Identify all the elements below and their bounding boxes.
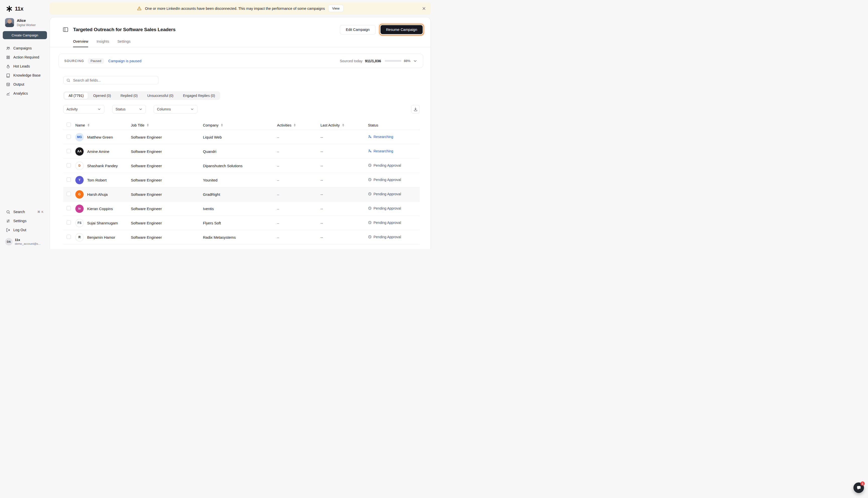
warning-icon xyxy=(137,6,142,11)
search-input[interactable] xyxy=(73,78,155,82)
sidebar-item-search[interactable]: Search ⌘ K xyxy=(0,207,50,217)
column-header-activities[interactable]: Activities xyxy=(277,123,321,127)
sidebar-item-label: Knowledge Base xyxy=(13,73,41,77)
column-header-job-title[interactable]: Job Title xyxy=(131,123,203,127)
table-row[interactable]: AA Amine Amine Software Engineer Quandri… xyxy=(63,144,420,159)
sourcing-expand-button[interactable] xyxy=(413,59,417,63)
row-checkbox[interactable] xyxy=(67,192,71,196)
table-row[interactable]: D Shashank Pandey Software Engineer Dipa… xyxy=(63,159,420,173)
sidebar-toggle-button[interactable] xyxy=(63,27,68,32)
row-activities: – xyxy=(277,235,321,239)
output-grid-icon xyxy=(6,82,10,87)
table-row[interactable]: FS Sujai Shanmugam Software Engineer Fly… xyxy=(63,216,420,230)
row-checkbox[interactable] xyxy=(67,163,71,167)
filter-tab-replied[interactable]: Replied (0) xyxy=(116,92,142,99)
main-area: One or more LinkedIn accounts have been … xyxy=(50,0,434,249)
export-button[interactable] xyxy=(411,105,420,114)
edit-campaign-button[interactable]: Edit Campaign xyxy=(340,25,376,35)
sidebar-item-hot-leads[interactable]: Hot Leads xyxy=(0,62,50,71)
app-window: 11x Alice Digital Worker Create Campaign… xyxy=(0,0,434,249)
status-badge: Researching xyxy=(368,135,393,139)
logo[interactable]: 11x xyxy=(0,5,50,13)
row-checkbox[interactable] xyxy=(67,220,71,225)
table-row[interactable]: R Benjamin Hamor Software Engineer Radix… xyxy=(63,230,420,245)
column-header-last-activity[interactable]: Last Activity xyxy=(321,123,368,127)
filter-tab-engaged-replies[interactable]: Engaged Replies (0) xyxy=(179,92,220,99)
sidebar-item-knowledge-base[interactable]: Knowledge Base xyxy=(0,71,50,80)
tab-insights[interactable]: Insights xyxy=(96,39,109,47)
linkedin-warning-banner: One or more LinkedIn accounts have been … xyxy=(50,2,431,15)
banner-view-button[interactable]: View xyxy=(328,5,344,12)
row-company: Dipanshutech Solutions xyxy=(203,163,277,168)
row-checkbox[interactable] xyxy=(67,206,71,210)
row-activities: – xyxy=(277,207,321,211)
sort-icon xyxy=(293,123,296,127)
status-label: Pending Approval xyxy=(374,163,401,167)
column-header-name[interactable]: Name xyxy=(75,123,131,127)
row-job-title: Software Engineer xyxy=(131,192,203,197)
account-menu[interactable]: DA 11x demo_account@s... xyxy=(0,234,50,246)
row-checkbox[interactable] xyxy=(67,235,71,239)
paused-badge: Paused xyxy=(88,58,104,64)
filter-tab-unsuccessful[interactable]: Unsuccessful (0) xyxy=(143,92,178,99)
sidebar: 11x Alice Digital Worker Create Campaign… xyxy=(0,0,50,249)
table-row[interactable]: iv Kieran Coppins Software Engineer Iven… xyxy=(63,201,420,216)
row-checkbox[interactable] xyxy=(67,149,71,153)
sidebar-item-logout[interactable]: Log Out xyxy=(0,225,50,234)
sourced-today-value: 911/1,036 xyxy=(365,59,381,63)
row-checkbox[interactable] xyxy=(67,178,71,182)
campaign-paused-link[interactable]: Campaign is paused xyxy=(108,59,141,63)
row-job-title: Software Engineer xyxy=(131,135,203,139)
columns-dropdown[interactable]: Columns xyxy=(154,105,197,114)
row-name: Sujai Shanmugam xyxy=(87,221,118,225)
row-job-title: Software Engineer xyxy=(131,235,203,239)
sidebar-item-label: Action Required xyxy=(13,55,39,59)
search-shortcut: ⌘ K xyxy=(37,210,44,214)
campaign-card: Targeted Outreach for Software Sales Lea… xyxy=(50,17,431,249)
status-label: Pending Approval xyxy=(374,206,401,210)
row-company: Younited xyxy=(203,178,277,182)
status-badge: Pending Approval xyxy=(368,235,401,239)
status-label: Pending Approval xyxy=(374,178,401,182)
select-all-checkbox[interactable] xyxy=(67,122,71,127)
resume-highlight-ring: Resume Campaign xyxy=(379,24,424,35)
row-job-title: Software Engineer xyxy=(131,149,203,154)
row-company: Quandri xyxy=(203,149,277,154)
column-header-company[interactable]: Company xyxy=(203,123,277,127)
filter-tab-all[interactable]: All (7791) xyxy=(64,92,88,99)
status-dropdown[interactable]: Status xyxy=(112,105,146,114)
row-name: Shashank Pandey xyxy=(87,163,118,168)
sourcing-bar: SOURCING Paused Campaign is paused Sourc… xyxy=(59,54,423,68)
sidebar-item-output[interactable]: Output xyxy=(0,80,50,89)
table-row[interactable]: G Harsh Ahuja Software Engineer GradRigh… xyxy=(63,187,420,201)
row-last-activity: -- xyxy=(321,235,368,239)
filter-tab-opened[interactable]: Opened (0) xyxy=(89,92,116,99)
sidebar-nav: Campaigns Action Required Hot Leads Know… xyxy=(0,44,50,98)
create-campaign-button[interactable]: Create Campaign xyxy=(3,31,47,39)
row-last-activity: -- xyxy=(321,221,368,225)
table-row[interactable]: Y Tom Robert Software Engineer Younited … xyxy=(63,173,420,187)
row-avatar: FS xyxy=(75,219,83,227)
sidebar-item-settings[interactable]: Settings xyxy=(0,217,50,225)
sidebar-item-analytics[interactable]: Analytics xyxy=(0,89,50,98)
table-row[interactable]: MG Matthew Green Software Engineer Liqui… xyxy=(63,130,420,144)
row-checkbox[interactable] xyxy=(67,134,71,139)
chevron-down-icon xyxy=(139,107,143,111)
row-avatar: Y xyxy=(75,176,83,184)
tab-overview[interactable]: Overview xyxy=(73,39,88,47)
chevron-down-icon xyxy=(413,59,417,63)
sourcing-percent: 88% xyxy=(404,59,410,63)
resume-campaign-button[interactable]: Resume Campaign xyxy=(380,25,423,34)
row-avatar: R xyxy=(75,233,83,241)
row-activities: – xyxy=(277,192,321,197)
sourcing-progress-bar xyxy=(385,60,401,62)
digital-worker-profile[interactable]: Alice Digital Worker xyxy=(0,18,50,27)
activity-dropdown[interactable]: Activity xyxy=(63,105,104,114)
sidebar-item-campaigns[interactable]: Campaigns xyxy=(0,44,50,53)
tab-settings[interactable]: Settings xyxy=(117,39,130,47)
status-badge: Pending Approval xyxy=(368,163,401,167)
row-activities: – xyxy=(277,163,321,168)
banner-close-button[interactable] xyxy=(422,6,426,11)
column-header-status: Status xyxy=(368,123,420,127)
sidebar-item-action-required[interactable]: Action Required xyxy=(0,53,50,62)
